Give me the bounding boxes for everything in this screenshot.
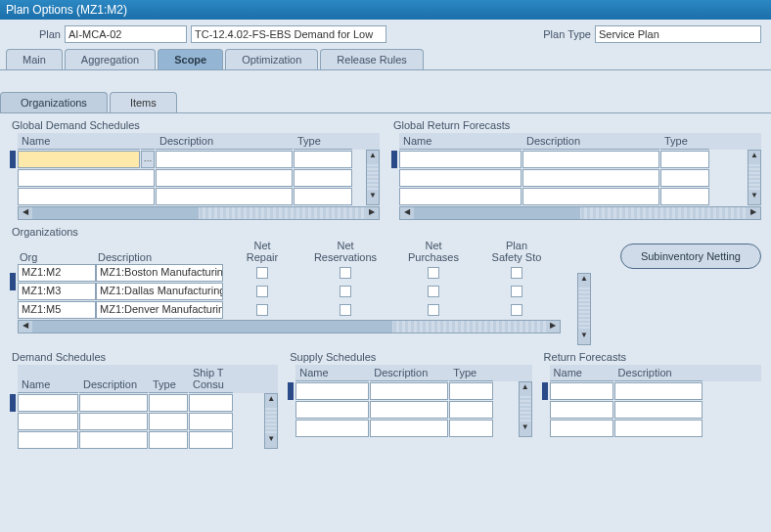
rf-name[interactable]: [550, 420, 613, 437]
gds-name-input[interactable]: [18, 151, 140, 168]
ss-type[interactable]: [449, 420, 493, 437]
gds-desc-input[interactable]: [156, 169, 293, 187]
grf-name-input[interactable]: [399, 169, 522, 187]
grf-vscroll[interactable]: ▲ ▼: [748, 150, 761, 205]
net-repair-checkbox[interactable]: [256, 304, 268, 316]
net-pur-checkbox[interactable]: [428, 304, 439, 316]
org-code[interactable]: MZ1:M5: [18, 301, 96, 319]
gds-hscroll[interactable]: ◀ ▶: [18, 206, 380, 220]
tab-aggregation[interactable]: Aggregation: [65, 49, 156, 69]
ds-type[interactable]: [149, 413, 188, 430]
gds-type-input[interactable]: [294, 169, 352, 187]
rf-name[interactable]: [550, 401, 613, 419]
grf-type-input[interactable]: [660, 169, 709, 187]
orgs-vscroll[interactable]: ▲ ▼: [577, 273, 591, 345]
net-res-checkbox[interactable]: [340, 267, 351, 279]
plan-desc-input[interactable]: [191, 25, 386, 43]
scroll-left-icon[interactable]: ◀: [19, 321, 32, 332]
gds-desc-input[interactable]: [156, 188, 293, 205]
ds-type[interactable]: [149, 431, 188, 449]
net-res-checkbox[interactable]: [340, 286, 351, 297]
ds-vscroll[interactable]: ▲ ▼: [264, 393, 278, 449]
grf-desc-input[interactable]: [522, 151, 659, 168]
gds-name-input[interactable]: [18, 169, 155, 187]
grf-type-input[interactable]: [660, 188, 709, 205]
grf-name-input[interactable]: [399, 188, 522, 205]
ds-desc[interactable]: [79, 394, 148, 412]
net-res-checkbox[interactable]: [340, 304, 351, 316]
ds-type[interactable]: [149, 394, 188, 412]
ss-desc[interactable]: [370, 420, 448, 437]
net-repair-checkbox[interactable]: [256, 286, 268, 297]
orgs-hscroll[interactable]: ◀ ▶: [18, 320, 561, 333]
rf-desc[interactable]: [614, 420, 703, 437]
gds-name-input[interactable]: [18, 188, 155, 205]
grf-desc-input[interactable]: [522, 169, 659, 187]
ds-desc[interactable]: [79, 431, 148, 449]
ss-name[interactable]: [295, 420, 369, 437]
scroll-down-icon[interactable]: ▼: [748, 191, 760, 204]
ss-vscroll[interactable]: ▲ ▼: [519, 381, 532, 437]
ss-col-type: Type: [449, 365, 493, 381]
scroll-left-icon[interactable]: ◀: [19, 207, 32, 219]
ds-ship[interactable]: [189, 431, 233, 449]
plan-ss-checkbox[interactable]: [511, 286, 522, 297]
scroll-left-icon[interactable]: ◀: [400, 207, 414, 219]
scroll-up-icon[interactable]: ▲: [578, 274, 590, 288]
org-desc[interactable]: MZ1:Dallas Manufacturing: [96, 283, 223, 300]
gds-lov-button[interactable]: …: [141, 151, 155, 168]
grf-name-input[interactable]: [399, 151, 522, 168]
ss-desc[interactable]: [370, 401, 448, 419]
scroll-up-icon[interactable]: ▲: [520, 382, 531, 396]
org-desc[interactable]: MZ1:Boston Manufacturing: [96, 264, 223, 282]
net-pur-checkbox[interactable]: [428, 267, 439, 279]
tab-main[interactable]: Main: [6, 49, 63, 69]
net-pur-checkbox[interactable]: [428, 286, 439, 297]
gds-type-input[interactable]: [294, 188, 352, 205]
scroll-right-icon[interactable]: ▶: [747, 207, 760, 219]
subtab-organizations[interactable]: Organizations: [0, 92, 108, 112]
scroll-up-icon[interactable]: ▲: [367, 151, 379, 164]
org-code[interactable]: MZ1:M3: [18, 283, 96, 300]
net-repair-checkbox[interactable]: [256, 267, 268, 279]
tab-release-rules[interactable]: Release Rules: [320, 49, 424, 69]
scroll-right-icon[interactable]: ▶: [365, 207, 379, 219]
rf-desc[interactable]: [614, 401, 703, 419]
ds-name[interactable]: [18, 431, 78, 449]
ss-name[interactable]: [295, 401, 369, 419]
gds-desc-input[interactable]: [156, 151, 293, 168]
gds-vscroll[interactable]: ▲ ▼: [366, 150, 380, 205]
ss-desc[interactable]: [370, 382, 448, 400]
scroll-up-icon[interactable]: ▲: [265, 394, 277, 408]
org-code[interactable]: MZ1:M2: [18, 264, 96, 282]
plan-ss-checkbox[interactable]: [511, 267, 522, 279]
gds-type-input[interactable]: [294, 151, 352, 168]
ds-desc[interactable]: [79, 413, 148, 430]
rf-name[interactable]: [550, 382, 613, 400]
ss-type[interactable]: [449, 382, 493, 400]
grf-desc-input[interactable]: [522, 188, 659, 205]
grf-hscroll[interactable]: ◀ ▶: [399, 206, 761, 220]
rf-desc[interactable]: [614, 382, 703, 400]
ss-name[interactable]: [295, 382, 369, 400]
grf-type-input[interactable]: [660, 151, 709, 168]
org-desc[interactable]: MZ1:Denver Manufacturing: [96, 301, 223, 319]
scroll-down-icon[interactable]: ▼: [265, 434, 277, 448]
scroll-up-icon[interactable]: ▲: [748, 151, 760, 164]
scroll-down-icon[interactable]: ▼: [367, 191, 379, 204]
tab-optimization[interactable]: Optimization: [225, 49, 318, 69]
scroll-down-icon[interactable]: ▼: [578, 331, 590, 344]
subtab-items[interactable]: Items: [110, 92, 177, 112]
ss-type[interactable]: [449, 401, 493, 419]
ds-name[interactable]: [18, 394, 78, 412]
plan-type-input[interactable]: [595, 25, 761, 43]
ds-name[interactable]: [18, 413, 78, 430]
ds-ship[interactable]: [189, 413, 233, 430]
plan-ss-checkbox[interactable]: [511, 304, 522, 316]
plan-code-input[interactable]: [65, 25, 187, 43]
ds-ship[interactable]: [189, 394, 233, 412]
tab-scope[interactable]: Scope: [158, 49, 223, 69]
scroll-down-icon[interactable]: ▼: [520, 422, 531, 436]
subinventory-netting-button[interactable]: Subinventory Netting: [620, 244, 761, 269]
scroll-right-icon[interactable]: ▶: [546, 321, 560, 332]
